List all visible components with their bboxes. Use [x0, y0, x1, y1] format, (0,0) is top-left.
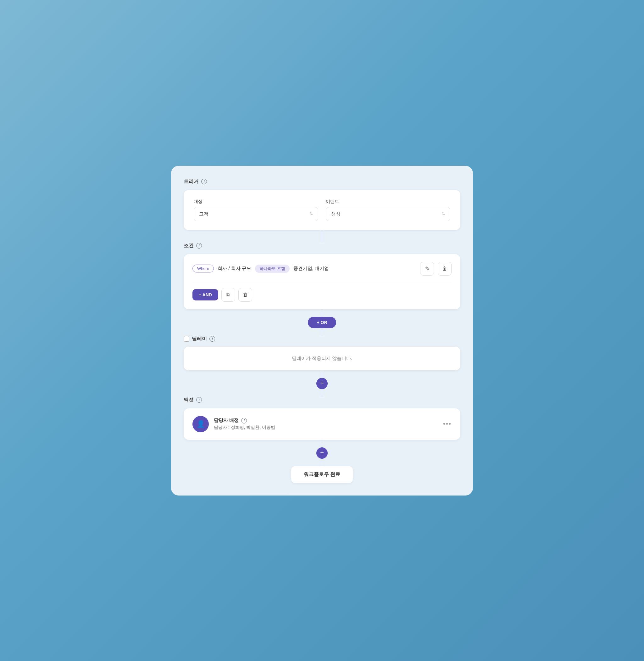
condition-value: 중견기업, 대기업 [293, 266, 416, 271]
delete-condition-button[interactable]: 🗑 [438, 262, 452, 276]
action-subtitle: 담당자 : 정희영, 박일환, 이종범 [214, 425, 438, 431]
action-info: 담당자 배정 i 담당자 : 정희영, 박일환, 이종범 [214, 418, 438, 431]
main-container: 트리거 i 대상 고객 ⇅ 이벤트 생성 ⇅ [171, 166, 473, 495]
add-step-button[interactable]: + [316, 447, 328, 459]
copy-condition-button[interactable]: ⧉ [221, 288, 235, 302]
trigger-section: 트리거 i 대상 고객 ⇅ 이벤트 생성 ⇅ [184, 178, 460, 230]
connector-3-top [322, 440, 322, 447]
condition-field-name: 회사 / 회사 규모 [217, 266, 251, 271]
target-arrows: ⇅ [310, 212, 313, 216]
action-label-row: 액션 i [184, 397, 460, 403]
delay-info-icon[interactable]: i [209, 336, 215, 341]
target-label: 대상 [194, 199, 318, 204]
action-info-icon[interactable]: i [196, 397, 202, 403]
delay-section-title: 딜레이 [192, 336, 207, 342]
person-icon: 👤 [197, 420, 205, 428]
condition-section: 조건 i Where 회사 / 회사 규모 하나라도 포함 중견기업, 대기업 … [184, 243, 460, 336]
delay-checkbox[interactable] [184, 336, 189, 341]
or-button[interactable]: + OR [308, 317, 336, 328]
action-title-info-icon[interactable]: i [241, 418, 247, 423]
target-field-group: 대상 고객 ⇅ [194, 199, 318, 221]
condition-label-row: 조건 i [184, 243, 202, 249]
trigger-fields: 대상 고객 ⇅ 이벤트 생성 ⇅ [194, 199, 450, 221]
no-delay-text: 딜레이가 적용되지 않습니다. [292, 355, 352, 361]
condition-section-title: 조건 [184, 243, 194, 249]
action-section: 액션 i 👤 담당자 배정 i 담당자 : 정희영, 박일환, 이종범 [184, 397, 460, 440]
connector-1 [322, 230, 322, 243]
connector-or-bottom [322, 328, 322, 336]
event-arrows: ⇅ [442, 212, 445, 216]
target-select[interactable]: 고객 ⇅ [194, 207, 318, 221]
trigger-label-row: 트리거 i [184, 178, 207, 185]
event-field-group: 이벤트 생성 ⇅ [326, 199, 450, 221]
action-card: 👤 담당자 배정 i 담당자 : 정희영, 박일환, 이종범 ••• [184, 409, 460, 440]
and-button[interactable]: + AND [192, 289, 218, 301]
condition-row: Where 회사 / 회사 규모 하나라도 포함 중견기업, 대기업 ✎ 🗑 [192, 262, 452, 282]
contains-badge: 하나라도 포함 [255, 265, 290, 273]
delay-card: 딜레이가 적용되지 않습니다. [184, 347, 460, 370]
target-value: 고객 [199, 211, 208, 217]
more-options-button[interactable]: ••• [443, 420, 452, 427]
condition-info-icon[interactable]: i [196, 243, 202, 248]
edit-condition-button[interactable]: ✎ [420, 262, 434, 276]
action-row: 👤 담당자 배정 i 담당자 : 정희영, 박일환, 이종범 ••• [192, 416, 452, 432]
connector-2-top [322, 370, 322, 378]
event-value: 생성 [331, 211, 341, 217]
where-badge: Where [192, 265, 214, 272]
action-title-row: 담당자 배정 i [214, 418, 438, 423]
add-action-button[interactable]: + [316, 378, 328, 389]
delay-label-row: 딜레이 i [184, 336, 215, 342]
workflow-end: 워크플로우 완료 [291, 466, 353, 483]
avatar: 👤 [192, 416, 209, 432]
delete-group-button[interactable]: 🗑 [238, 288, 252, 302]
trigger-section-title: 트리거 [184, 178, 199, 185]
condition-card: Where 회사 / 회사 규모 하나라도 포함 중견기업, 대기업 ✎ 🗑 +… [184, 254, 460, 309]
delay-section: 딜레이 i 딜레이가 적용되지 않습니다. [184, 336, 460, 370]
connector-3-bottom [322, 459, 322, 466]
condition-actions: + AND ⧉ 🗑 [192, 288, 452, 302]
trigger-info-icon[interactable]: i [201, 179, 207, 184]
or-wrapper: + OR [184, 309, 460, 336]
connector-or-top [322, 309, 322, 317]
event-label: 이벤트 [326, 199, 450, 204]
action-section-title: 액션 [184, 397, 194, 403]
action-title: 담당자 배정 [214, 418, 239, 423]
event-select[interactable]: 생성 ⇅ [326, 207, 450, 221]
connector-2-bottom [322, 389, 322, 397]
workflow-end-label: 워크플로우 완료 [304, 471, 340, 477]
trigger-card: 대상 고객 ⇅ 이벤트 생성 ⇅ [184, 190, 460, 230]
